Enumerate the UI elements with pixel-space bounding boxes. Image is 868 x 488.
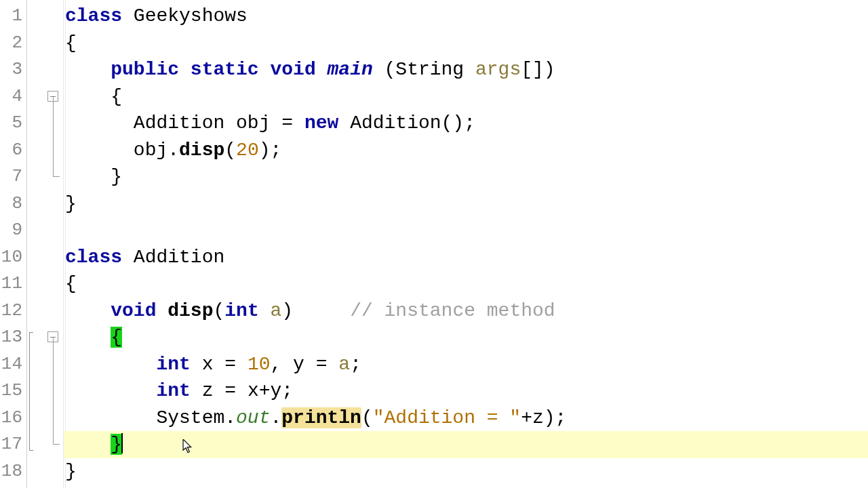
token-kw: public	[111, 59, 179, 80]
token-text	[65, 300, 111, 321]
code-line[interactable]: Addition obj = new Addition();	[64, 110, 868, 137]
token-typ: System	[156, 407, 224, 428]
token-typ: Addition	[350, 113, 441, 134]
token-text: (	[213, 300, 224, 321]
token-text	[65, 407, 156, 428]
token-text	[65, 113, 134, 134]
fold-cell	[35, 217, 63, 244]
line-number: 15	[0, 378, 26, 405]
line-number: 18	[0, 458, 26, 485]
token-text: {	[65, 273, 77, 294]
token-text: ;	[350, 354, 361, 375]
token-kw: new	[304, 113, 338, 134]
token-text: .	[270, 407, 281, 428]
line-number: 16	[0, 405, 26, 432]
code-line[interactable]: {	[64, 30, 868, 57]
token-text	[338, 113, 350, 134]
token-text: }	[65, 461, 77, 482]
token-kw: class	[65, 5, 122, 26]
token-typ: Addition	[134, 113, 224, 134]
token-text: =	[213, 354, 247, 375]
token-param: a	[271, 300, 282, 321]
bracket-indicator-column	[27, 0, 35, 488]
token-text	[65, 327, 111, 348]
token-id: y	[271, 380, 282, 401]
token-call-warn: println	[281, 407, 361, 428]
token-typ: Addition	[134, 247, 224, 268]
code-line[interactable]: void disp(int a) // instance method	[64, 298, 868, 325]
token-id: obj	[236, 113, 270, 134]
fold-cell	[35, 351, 63, 378]
fold-cell	[35, 30, 63, 57]
code-line[interactable]: class Addition	[64, 244, 868, 271]
code-line[interactable]: int x = 10, y = a;	[64, 351, 868, 378]
fold-cell	[35, 137, 63, 164]
line-number: 4	[0, 83, 26, 110]
token-text	[191, 380, 202, 401]
token-text: }	[65, 193, 77, 214]
fold-cell	[35, 270, 63, 298]
token-kw: void	[111, 300, 156, 321]
line-number: 13	[0, 324, 26, 351]
line-number: 8	[0, 190, 26, 218]
token-str: "Addition = "	[373, 407, 521, 428]
token-text: ,	[271, 354, 294, 375]
token-text: (	[361, 407, 373, 428]
line-number: 5	[0, 110, 26, 137]
code-line[interactable]	[64, 217, 868, 244]
code-line[interactable]: public static void main (String args[])	[64, 56, 868, 83]
fold-cell	[35, 56, 63, 83]
token-text: [])	[521, 59, 555, 80]
fold-cell	[35, 378, 63, 405]
fold-cell	[35, 3, 63, 30]
token-kwi: main	[328, 59, 373, 80]
token-text: =	[213, 380, 247, 401]
bracket-scope-line	[29, 332, 30, 450]
token-text: );	[544, 407, 567, 428]
fold-cell	[35, 110, 63, 137]
fold-cell	[35, 83, 63, 110]
line-number: 10	[0, 244, 26, 271]
fold-cell	[35, 190, 63, 218]
token-kw: static	[191, 59, 259, 80]
line-number: 17	[0, 431, 26, 458]
token-call: disp	[179, 140, 224, 161]
token-param: args	[475, 59, 521, 80]
code-editor[interactable]: 123456789101112131415161718 class Geekys…	[0, 0, 868, 488]
token-text	[65, 354, 156, 375]
code-area[interactable]: class Geekyshows{ public static void mai…	[64, 0, 868, 488]
code-line[interactable]: {	[64, 83, 868, 110]
line-number-gutter: 123456789101112131415161718	[0, 0, 27, 488]
code-line[interactable]: }	[64, 190, 868, 218]
code-line[interactable]: }	[64, 458, 868, 485]
token-id: y	[293, 354, 304, 375]
fold-cell	[35, 324, 63, 351]
token-param: a	[338, 354, 350, 375]
fold-cell	[35, 458, 63, 485]
code-line[interactable]: obj.disp(20);	[64, 137, 868, 164]
fold-cell	[35, 163, 63, 190]
code-line[interactable]: }	[64, 431, 868, 458]
code-line[interactable]: {	[64, 270, 868, 298]
code-line[interactable]: int z = x+y;	[64, 378, 868, 405]
code-line[interactable]: class Geekyshows	[64, 3, 868, 30]
code-line[interactable]: }	[64, 163, 868, 190]
token-text	[316, 59, 328, 80]
token-id: obj	[134, 140, 167, 161]
code-line[interactable]: System.out.println("Addition = "+z);	[64, 405, 868, 432]
token-num: 20	[236, 140, 259, 161]
token-text	[191, 354, 202, 375]
token-text: {	[65, 33, 77, 54]
token-text: .	[167, 140, 179, 161]
token-text	[65, 380, 156, 401]
line-number: 7	[0, 163, 26, 190]
text-caret	[121, 433, 123, 453]
token-text: )	[281, 300, 350, 321]
fold-cell	[35, 431, 63, 458]
token-id: z	[532, 407, 544, 428]
token-brmatch: }	[111, 434, 122, 455]
line-number: 9	[0, 217, 26, 244]
token-text	[65, 434, 111, 455]
line-number: 6	[0, 137, 26, 164]
code-line[interactable]: {	[64, 324, 868, 351]
